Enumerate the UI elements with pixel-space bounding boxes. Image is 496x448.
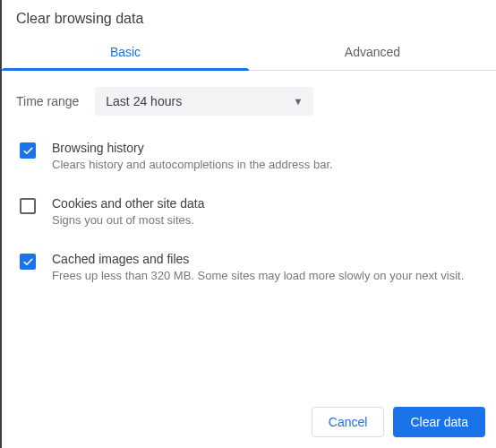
time-range-row: Time range Last 24 hours ▼ — [2, 71, 496, 125]
time-range-value: Last 24 hours — [106, 94, 182, 108]
option-title: Cookies and other site data — [52, 196, 482, 211]
checkbox-cookies[interactable] — [20, 198, 36, 214]
option-text: Browsing history Clears history and auto… — [52, 141, 482, 173]
option-text: Cached images and files Frees up less th… — [52, 252, 482, 284]
options-list: Browsing history Clears history and auto… — [2, 125, 496, 297]
option-text: Cookies and other site data Signs you ou… — [52, 196, 482, 228]
clear-browsing-data-dialog: Clear browsing data Basic Advanced Time … — [0, 0, 496, 448]
option-desc: Frees up less than 320 MB. Some sites ma… — [52, 268, 482, 284]
cancel-button[interactable]: Cancel — [312, 407, 385, 437]
checkbox-cache[interactable] — [20, 254, 36, 270]
dialog-title: Clear browsing data — [2, 0, 496, 36]
option-title: Cached images and files — [52, 252, 482, 266]
dialog-footer: Cancel Clear data — [312, 407, 485, 437]
option-cache: Cached images and files Frees up less th… — [20, 241, 482, 297]
option-cookies: Cookies and other site data Signs you ou… — [20, 185, 482, 241]
tab-advanced[interactable]: Advanced — [249, 36, 496, 70]
time-range-select[interactable]: Last 24 hours ▼ — [95, 87, 313, 116]
check-icon — [22, 256, 34, 268]
check-icon — [22, 145, 34, 157]
option-title: Browsing history — [52, 141, 482, 155]
clear-data-button[interactable]: Clear data — [393, 407, 485, 437]
tab-basic[interactable]: Basic — [2, 36, 249, 70]
option-desc: Clears history and autocompletions in th… — [52, 157, 482, 173]
chevron-down-icon: ▼ — [293, 96, 303, 107]
tabs: Basic Advanced — [2, 36, 496, 71]
option-browsing-history: Browsing history Clears history and auto… — [20, 130, 482, 185]
time-range-label: Time range — [16, 94, 79, 108]
checkbox-browsing-history[interactable] — [20, 142, 36, 159]
option-desc: Signs you out of most sites. — [52, 212, 482, 228]
